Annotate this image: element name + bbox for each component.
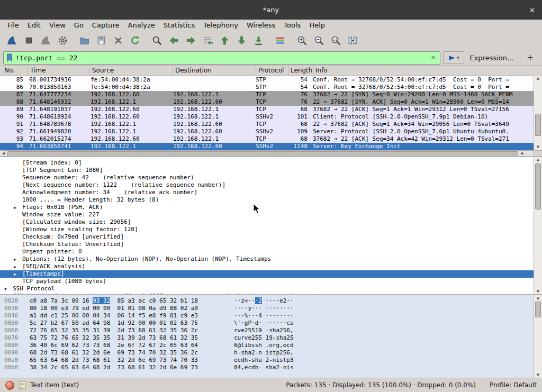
packet-row[interactable]: 93 71.662015274 192.168.122.60 192.168.1…	[0, 135, 534, 143]
filter-dropdown-icon[interactable]: ▾	[457, 55, 459, 60]
auto-scroll-button[interactable]	[250, 32, 267, 48]
menu-item[interactable]: Help	[305, 21, 329, 30]
go-to-packet-button[interactable]	[199, 32, 216, 48]
hex-row[interactable]: 007063 75 72 76 65 32 35 35 31 39 2d 73 …	[0, 334, 542, 342]
packet-row[interactable]: 92 71.661949820 192.168.122.1 192.168.12…	[0, 128, 534, 135]
go-first-button[interactable]	[216, 32, 233, 48]
menu-item[interactable]: Go	[70, 21, 88, 30]
filter-clear-icon[interactable]: ✕	[429, 54, 437, 61]
detail-line[interactable]: [TCP Segment Len: 1080]	[0, 167, 534, 174]
detail-line[interactable]: [Stream index: 0]	[0, 159, 534, 167]
menu-item[interactable]: Tools	[279, 21, 305, 30]
expert-info-icon[interactable]	[5, 381, 14, 390]
scroll-down-icon[interactable]: ▼	[534, 372, 542, 378]
detail-line[interactable]: ▶Options: (12 bytes), No-Operation (NOP)…	[0, 256, 534, 263]
filter-add-button[interactable]: +	[520, 53, 539, 62]
menu-item[interactable]: Statistics	[159, 21, 199, 30]
go-back-button[interactable]	[165, 32, 182, 48]
window-close-button[interactable]: ✕	[529, 6, 535, 14]
detail-line[interactable]: 1000 .... = Header Length: 32 bytes (8)	[0, 196, 534, 204]
menu-item[interactable]: Wireless	[242, 21, 279, 30]
detail-line[interactable]: ▶[Timestamps]	[0, 270, 534, 278]
save-file-button[interactable]	[93, 32, 110, 48]
detail-line[interactable]: Checksum: 0x79ed [unverified]	[0, 233, 534, 241]
detail-line[interactable]: TCP payload (1080 bytes)	[0, 278, 534, 285]
hex-row[interactable]: 009068 2d 73 68 61 32 2d 6e 69 73 74 70 …	[0, 349, 542, 357]
zoom-in-button[interactable]	[293, 32, 310, 48]
hex-row[interactable]: 00a065 63 64 68 2d 73 68 61 32 2d 6e 69 …	[0, 357, 542, 364]
find-packet-button[interactable]	[148, 32, 165, 48]
go-forward-button[interactable]	[182, 32, 199, 48]
packet-row[interactable]: 86 70.013850163 fe:54:00:d4:38:2a STP 54…	[0, 84, 534, 91]
expand-arrow-icon[interactable]: ▶	[14, 205, 22, 210]
scrollbar-thumb[interactable]	[535, 114, 541, 136]
scrollbar-thumb[interactable]	[535, 163, 541, 209]
details-vertical-scrollbar[interactable]: ▲ ▼	[534, 157, 542, 294]
menu-item[interactable]: Telephony	[199, 21, 242, 30]
packet-row[interactable]: 89 71.648191037 192.168.122.60 192.168.1…	[0, 106, 534, 113]
go-last-button[interactable]	[233, 32, 250, 48]
packet-row[interactable]: 94 71.663856741 192.168.122.1 192.168.12…	[0, 143, 534, 150]
resize-columns-button[interactable]	[344, 32, 361, 48]
hex-row[interactable]: 003080 18 00 e3 79 ed 00 00 01 01 08 0a …	[0, 305, 542, 312]
menu-item[interactable]: Analyze	[124, 21, 159, 30]
close-file-button[interactable]	[110, 32, 127, 48]
scroll-down-icon[interactable]: ▼	[534, 144, 542, 150]
packet-row[interactable]: 85 68.001734936 fe:54:00:d4:38:2a STP 54…	[0, 76, 534, 84]
restart-capture-button[interactable]	[37, 32, 54, 48]
menu-item[interactable]: Edit	[23, 21, 45, 30]
detail-line[interactable]: ▶[SEQ/ACK analysis]	[0, 263, 534, 270]
expression-button[interactable]: Expression...	[464, 54, 519, 62]
profile-selector[interactable]: Profile: Default	[490, 381, 537, 389]
packet-row[interactable]: 90 71.648618924 192.168.122.60 192.168.1…	[0, 113, 534, 121]
menu-item[interactable]: File	[3, 21, 23, 30]
reload-button[interactable]	[127, 32, 143, 48]
scroll-up-icon[interactable]: ▲	[534, 295, 542, 300]
packet-list-vertical-scrollbar[interactable]: ▲ ▼	[534, 76, 542, 150]
bytes-vertical-scrollbar[interactable]: ▲ ▼	[534, 295, 542, 378]
column-header[interactable]: Time	[28, 66, 90, 76]
zoom-out-button[interactable]	[310, 32, 327, 48]
bookmark-icon[interactable]	[6, 53, 13, 62]
scroll-down-icon[interactable]: ▼	[534, 289, 542, 294]
display-filter-input[interactable]: !tcp.port == 22 ✕	[3, 51, 440, 65]
hex-row[interactable]: 008036 40 6c 69 62 73 73 68 2e 6f 72 67 …	[0, 342, 542, 349]
stop-capture-button[interactable]	[20, 32, 37, 48]
packet-row[interactable]: 91 71.648789678 192.168.122.1 192.168.12…	[0, 121, 534, 128]
menu-item[interactable]: View	[45, 21, 70, 30]
detail-line[interactable]: Sequence number: 42 (relative sequence n…	[0, 174, 534, 181]
detail-line[interactable]: [Window size scaling factor: 128]	[0, 226, 534, 233]
hex-row[interactable]: 00505c 27 b2 67 50 ad 64 98 1d 92 00 00 …	[0, 320, 542, 327]
scroll-up-icon[interactable]: ▲	[534, 76, 542, 81]
detail-line[interactable]: ▼SSH Protocol	[0, 285, 534, 293]
column-header[interactable]: Info	[313, 66, 542, 76]
capture-options-button[interactable]	[54, 32, 71, 48]
column-header[interactable]: Protocol	[256, 66, 288, 76]
detail-line[interactable]: [Checksum Status: Unverified]	[0, 241, 534, 248]
hex-row[interactable]: 006072 76 65 32 35 35 31 39 2d 73 68 61 …	[0, 327, 542, 334]
detail-line[interactable]: [Calculated window size: 29056]	[0, 218, 534, 226]
colorize-button[interactable]	[272, 32, 288, 48]
start-capture-button[interactable]	[3, 32, 20, 48]
detail-line[interactable]: ▶Flags: 0x018 (PSH, ACK)	[0, 204, 534, 211]
menu-item[interactable]: Capture	[88, 21, 124, 30]
zoom-original-button[interactable]: 1:1	[327, 32, 344, 48]
hex-row[interactable]: 00b038 34 2c 65 63 64 68 2d 73 68 61 32 …	[0, 364, 542, 371]
open-file-button[interactable]	[76, 32, 93, 48]
titlebar[interactable]: *any ✕	[0, 0, 542, 20]
detail-line[interactable]: [Next sequence number: 1122 (relative se…	[0, 181, 534, 189]
expand-arrow-icon[interactable]: ▶	[14, 257, 22, 262]
packet-row[interactable]: 88 71.648146932 192.168.122.1 192.168.12…	[0, 98, 534, 106]
hex-row[interactable]: 0040a1 dd c1 25 00 00 04 34 06 14 f5 e8 …	[0, 312, 542, 320]
hex-row[interactable]: 0020c0 a8 7a 3c 00 16 93 32 85 a3 ac c0 …	[0, 297, 542, 305]
detail-line[interactable]: Acknowledgment number: 34 (relative ack …	[0, 189, 534, 196]
filter-apply-button[interactable]: ▾	[443, 51, 464, 64]
comment-icon[interactable]	[19, 381, 26, 389]
column-header[interactable]: Source	[90, 66, 173, 76]
expand-arrow-icon[interactable]: ▶	[14, 265, 22, 269]
packet-row[interactable]: 87 71.647777234 192.168.122.60 192.168.1…	[0, 91, 534, 98]
column-header[interactable]: Destination	[173, 66, 256, 76]
detail-line[interactable]: Urgent pointer: 0	[0, 248, 534, 256]
expand-arrow-icon[interactable]: ▼	[4, 287, 13, 291]
expand-arrow-icon[interactable]: ▶	[14, 272, 22, 277]
